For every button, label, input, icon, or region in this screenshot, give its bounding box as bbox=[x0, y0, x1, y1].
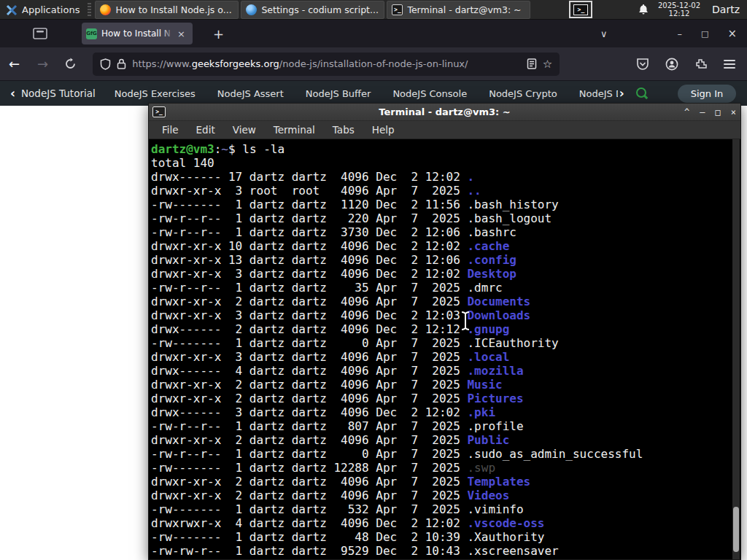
terminal-total-line: total 140 bbox=[151, 156, 730, 170]
entry-meta: drwxr-xr-x 3 dartz dartz 4096 Apr 7 2025 bbox=[151, 350, 467, 364]
terminal-output-line: drwx------ 17 dartz dartz 4096 Dec 2 12:… bbox=[151, 170, 730, 184]
reload-button[interactable] bbox=[64, 58, 77, 70]
pocket-save-icon[interactable] bbox=[636, 58, 649, 71]
terminal-icon: >_ bbox=[392, 4, 403, 15]
lock-icon[interactable] bbox=[117, 58, 126, 69]
bookmark-star-icon[interactable]: ☆ bbox=[543, 58, 552, 71]
terminal-menu-item[interactable]: Tabs bbox=[333, 124, 355, 136]
terminal-menu-item[interactable]: View bbox=[233, 124, 256, 136]
window-taskbar: How to Install Node.js o...Settings - co… bbox=[93, 0, 531, 20]
tracking-protection-shield-icon[interactable] bbox=[100, 58, 111, 70]
entry-meta: drwxr-xr-x 3 root root 4096 Apr 7 2025 bbox=[151, 184, 467, 198]
geeksforgeeks-favicon: GfG bbox=[86, 28, 97, 39]
entry-name: .local bbox=[467, 350, 509, 364]
entry-meta: -rw------- 1 dartz dartz 532 Apr 7 2025 bbox=[151, 502, 467, 516]
taskbar-window-title: Terminal - dartz@vm3: ~ bbox=[407, 4, 521, 15]
browser-tab[interactable]: GfG How to Install Node.js on × bbox=[82, 23, 193, 44]
tab-title-fade bbox=[160, 26, 174, 42]
scrollbar-thumb[interactable] bbox=[733, 507, 739, 552]
entry-name: Downloads bbox=[467, 308, 530, 322]
nav-item-link[interactable]: NodeJS Assert bbox=[217, 88, 284, 99]
terminal-output-line: drwxr-xr-x 13 dartz dartz 4096 Dec 2 12:… bbox=[151, 253, 730, 267]
terminal-minimize-button[interactable]: – bbox=[700, 107, 705, 117]
entry-name: .dmrc bbox=[467, 281, 502, 295]
terminal-titlebar[interactable]: >_ Terminal - dartz@vm3: ~ ^ – □ × bbox=[149, 104, 740, 121]
entry-name: Templates bbox=[467, 475, 530, 489]
terminal-menu-item[interactable]: File bbox=[162, 124, 179, 136]
window-maximize-button[interactable]: □ bbox=[701, 29, 708, 39]
terminal-menu-item[interactable]: Terminal bbox=[274, 124, 315, 136]
sign-in-button[interactable]: Sign In bbox=[678, 85, 737, 103]
taskbar-window-title: Settings - codium script... bbox=[261, 4, 378, 15]
entry-name: .bash_logout bbox=[467, 211, 551, 225]
terminal-menu-item[interactable]: Help bbox=[372, 124, 395, 136]
entry-name: .Xauthority bbox=[467, 530, 544, 544]
nav-item-link[interactable]: NodeJS Crypto bbox=[489, 88, 557, 99]
vscodium-icon bbox=[246, 4, 257, 15]
back-button[interactable]: ← bbox=[0, 56, 28, 71]
terminal-output-line: drwxr-xr-x 3 dartz dartz 4096 Dec 2 12:0… bbox=[151, 267, 730, 281]
window-close-button[interactable]: × bbox=[727, 27, 737, 40]
clock-date: 2025-12-02 bbox=[658, 1, 700, 9]
panel-clock[interactable]: 2025-12-02 12:12 bbox=[658, 1, 700, 18]
terminal-maximize-button[interactable]: □ bbox=[716, 107, 721, 117]
terminal-output-line: -rw-r--r-- 1 dartz dartz 35 Apr 7 2025 .… bbox=[151, 281, 730, 295]
chevron-right-icon[interactable]: › bbox=[619, 86, 624, 101]
firefox-view-icon[interactable] bbox=[29, 24, 51, 43]
entry-meta: drwxr-xr-x 2 dartz dartz 4096 Apr 7 2025 bbox=[151, 475, 467, 489]
entry-meta: -rw------- 1 dartz dartz 48 Dec 2 10:39 bbox=[151, 530, 467, 544]
taskbar-window-title: How to Install Node.js o... bbox=[115, 4, 231, 15]
url-bar[interactable]: https://www.geeksforgeeks.org/node-js/in… bbox=[93, 52, 560, 76]
terminal-output-line: drwxr-xr-x 2 dartz dartz 4096 Apr 7 2025… bbox=[151, 378, 730, 392]
list-all-tabs-icon[interactable]: ∨ bbox=[600, 28, 608, 39]
entry-meta: drwx------ 2 dartz dartz 4096 Dec 2 12:1… bbox=[151, 322, 467, 336]
terminal-window-controls: ^ – □ × bbox=[684, 104, 736, 121]
entry-meta: -rw------- 1 dartz dartz 12288 Apr 7 202… bbox=[151, 461, 467, 475]
terminal-close-button[interactable]: × bbox=[731, 107, 736, 117]
terminal-content[interactable]: dartz@vm3:~$ ls -latotal 140drwx------ 1… bbox=[149, 139, 740, 559]
gfg-navbar: ‹ NodeJS Tutorial NodeJS ExercisesNodeJS… bbox=[0, 81, 747, 106]
menu-hamburger-icon[interactable] bbox=[724, 60, 735, 69]
taskbar-window-button[interactable]: Settings - codium script... bbox=[241, 1, 384, 19]
terminal-output-line: drwx------ 2 dartz dartz 4096 Dec 2 12:1… bbox=[151, 322, 730, 336]
nav-item-link[interactable]: NodeJS DNS bbox=[579, 88, 618, 99]
terminal-output-line: drwx------ 4 dartz dartz 4096 Apr 7 2025… bbox=[151, 364, 730, 378]
nav-item-link[interactable]: NodeJS Buffer bbox=[306, 88, 371, 99]
entry-meta: -rw-rw-r-- 1 dartz dartz 9529 Dec 2 10:4… bbox=[151, 544, 467, 558]
shade-button[interactable]: ^ bbox=[684, 107, 689, 117]
reader-mode-icon[interactable] bbox=[527, 58, 537, 69]
user-menu[interactable]: Dartz bbox=[709, 4, 740, 15]
applications-menu-button[interactable]: Applications bbox=[0, 0, 85, 20]
extensions-icon[interactable] bbox=[694, 58, 708, 71]
entry-name: .swp bbox=[467, 461, 495, 475]
terminal-output-line: drwxrwxr-x 4 dartz dartz 4096 Dec 2 12:0… bbox=[151, 516, 730, 530]
entry-name: .cache bbox=[467, 239, 509, 253]
terminal-scrollbar[interactable] bbox=[732, 139, 740, 559]
terminal-menu-item[interactable]: Edit bbox=[196, 124, 215, 136]
prompt-cwd: ~ bbox=[221, 142, 228, 156]
terminal-output-line: -rw-r--r-- 1 dartz dartz 3730 Dec 2 12:0… bbox=[151, 225, 730, 239]
entry-meta: -rw-r--r-- 1 dartz dartz 807 Apr 7 2025 bbox=[151, 419, 467, 433]
nav-item-link[interactable]: NodeJS Console bbox=[392, 88, 467, 99]
notification-bell-icon[interactable] bbox=[638, 4, 649, 15]
tab-close-icon[interactable]: × bbox=[175, 28, 187, 40]
nav-item-link[interactable]: NodeJS Exercises bbox=[115, 88, 196, 99]
entry-meta: drwxr-xr-x 3 dartz dartz 4096 Dec 2 12:0… bbox=[151, 267, 467, 281]
window-minimize-button[interactable]: – bbox=[678, 28, 683, 39]
prompt-separator: : bbox=[214, 142, 222, 156]
mouse-ibeam-cursor bbox=[460, 311, 471, 331]
taskbar-window-button[interactable]: How to Install Node.js o... bbox=[95, 1, 239, 19]
account-icon[interactable] bbox=[665, 58, 678, 71]
terminal-window: >_ Terminal - dartz@vm3: ~ ^ – □ × FileE… bbox=[148, 103, 741, 560]
clock-time: 12:12 bbox=[658, 9, 700, 18]
applications-label: Applications bbox=[22, 4, 80, 15]
entry-name: .bash_history bbox=[467, 198, 558, 211]
taskbar-window-button[interactable]: >_Terminal - dartz@vm3: ~ bbox=[387, 1, 530, 19]
url-path: /node-js/installation-of-node-js-on-linu… bbox=[279, 58, 468, 69]
search-icon[interactable] bbox=[636, 88, 649, 100]
entry-name: Public bbox=[467, 433, 509, 447]
new-tab-button[interactable]: + bbox=[207, 25, 230, 43]
url-domain: geeksforgeeks.org bbox=[192, 58, 279, 69]
tray-terminal-icon[interactable]: >_ bbox=[569, 1, 592, 18]
nav-back-link[interactable]: ‹ NodeJS Tutorial bbox=[0, 86, 106, 101]
